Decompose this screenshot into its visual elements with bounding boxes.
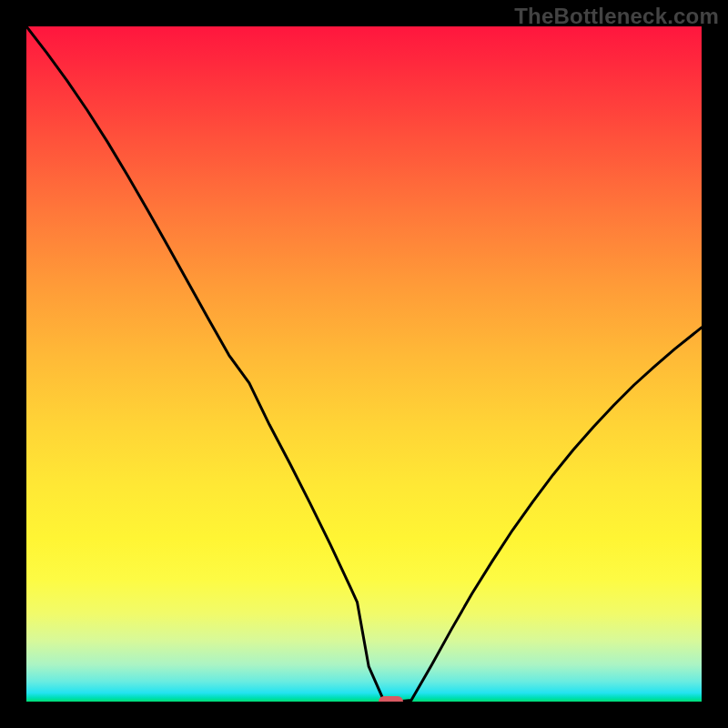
bottleneck-curve bbox=[26, 26, 702, 702]
chart-frame: TheBottleneck.com bbox=[0, 0, 728, 728]
plot-area bbox=[26, 26, 702, 702]
curve-svg bbox=[26, 26, 702, 702]
watermark-text: TheBottleneck.com bbox=[514, 4, 719, 29]
optimal-marker bbox=[379, 696, 403, 702]
